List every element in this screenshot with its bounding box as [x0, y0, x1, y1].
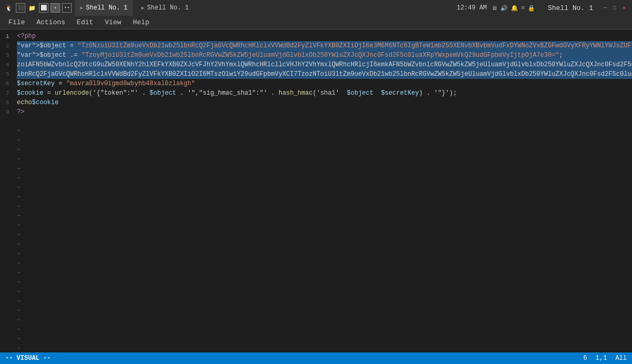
line-num-empty-9	[0, 159, 15, 164]
menu-file[interactable]: File	[3, 17, 30, 27]
app-icon: 🐧	[4, 3, 14, 13]
menu-actions[interactable]: Actions	[31, 17, 71, 27]
code-line-7: $cookie = urlencode('{"token":"' . $obje…	[17, 88, 632, 98]
line-count: 6	[584, 355, 587, 362]
line-num-empty-37	[0, 289, 15, 294]
titlebar: 🐧 ⬛ 📁 ⬜ ▪ ▪▪ ▶ Shell No. 1 ▶ Shell No. 1…	[0, 0, 632, 16]
line-num-empty-4	[0, 136, 15, 140]
line-num-empty-32	[0, 266, 15, 271]
line-num-empty-17	[0, 196, 15, 201]
cursor-position: 1,1	[596, 355, 607, 362]
bell-icon: 🔔	[511, 5, 518, 12]
empty-line-13: ~	[17, 240, 632, 249]
window-icon-3[interactable]: ▪	[51, 3, 60, 13]
line-num-empty-41	[0, 308, 15, 313]
speaker-icon: 🔊	[500, 5, 508, 12]
empty-line-23: ~	[17, 335, 632, 344]
empty-line-9: ~	[17, 202, 632, 211]
line-num-9: 9	[0, 107, 15, 117]
code-line-9: ?>	[17, 107, 632, 117]
win-controls: ─ □ ✕	[601, 4, 628, 12]
tab-shell-2[interactable]: ▶ Shell No. 1	[136, 0, 194, 16]
monitor-icon: 🖥	[491, 5, 497, 12]
line-num-empty-6	[0, 145, 15, 149]
line-num-empty-22	[0, 219, 15, 224]
clock-display: 12:49 AM	[457, 4, 487, 12]
line-num-1: 1	[0, 32, 15, 41]
line-num-4: 4	[0, 60, 15, 69]
line-num-empty-7	[0, 149, 15, 154]
line-num-empty-5	[0, 140, 15, 145]
empty-line-3: ~	[17, 145, 632, 155]
line-num-empty-8	[0, 154, 15, 159]
empty-line-11: ~	[17, 221, 632, 230]
menu-view[interactable]: View	[100, 17, 126, 27]
folder-icon[interactable]: 📁	[27, 3, 37, 13]
empty-line-22: ~	[17, 325, 632, 335]
line-num-empty-45	[0, 327, 15, 331]
tab-shell-1[interactable]: ▶ Shell No. 1	[75, 0, 133, 16]
statusbar: -- VISUAL -- 6 1,1 All	[0, 352, 632, 364]
line-num-2: 2	[0, 41, 15, 50]
code-line-3: "var">$object .= "TzoyMjoiU3ltZm9ueVxDb2…	[17, 50, 632, 60]
line-num-empty-27	[0, 243, 15, 248]
line-num-empty-46	[0, 331, 15, 336]
line-num-empty-1	[0, 122, 15, 126]
line-num-empty-18	[0, 201, 15, 206]
line-num-empty-33	[0, 271, 15, 276]
line-num-empty-26	[0, 238, 15, 243]
empty-line-17: ~	[17, 278, 632, 287]
code-line-8: echo $cookie	[17, 98, 632, 107]
menu-edit[interactable]: Edit	[72, 17, 98, 27]
window-icon-1[interactable]: ⬛	[16, 3, 25, 13]
line-num-empty-23	[0, 224, 15, 229]
line-num-empty-40	[0, 304, 15, 308]
window-title-label: Shell No. 1	[548, 4, 593, 12]
line-num-empty-38	[0, 294, 15, 299]
line-num-empty-2	[0, 126, 15, 131]
line-num-5: 5	[0, 69, 15, 79]
empty-line-1: ~	[17, 126, 632, 136]
editor-container: 123456789 <?php"var">$object = "Tz0NzoiU…	[0, 29, 632, 352]
line-num-empty-36	[0, 285, 15, 290]
empty-line-24: ~	[17, 344, 632, 352]
maximize-button[interactable]: □	[611, 4, 618, 12]
line-num-empty-25	[0, 234, 15, 238]
code-line-2: "var">$object = "Tz0NzoiU3ltZm9ueVxDb21w…	[17, 41, 632, 50]
line-num-empty-30	[0, 257, 15, 261]
line-num-empty-20	[0, 210, 15, 215]
line-num-empty-43	[0, 318, 15, 322]
line-numbers: 123456789	[0, 29, 15, 352]
empty-line-4: ~	[17, 155, 632, 164]
tab-icon-2: ▶	[141, 5, 144, 11]
status-left: -- VISUAL --	[5, 355, 51, 362]
line-num-empty-13	[0, 177, 15, 182]
line-num-empty-11	[0, 168, 15, 173]
line-num-8: 8	[0, 98, 15, 107]
sys-icons: 🖥 🔊 🔔 ≡ 🔒	[491, 5, 536, 12]
empty-line-20: ~	[17, 306, 632, 316]
menu-help[interactable]: Help	[127, 17, 154, 27]
code-line-5: lbnRcQ2FjaGVcQWRhcHRlclxVVWdBd2FyZlVFkYX…	[17, 69, 632, 79]
empty-line-12: ~	[17, 230, 632, 240]
terminal-icon[interactable]: ▪▪	[62, 3, 72, 13]
line-num-empty-28	[0, 248, 15, 252]
line-num-empty-29	[0, 252, 15, 257]
titlebar-icons: 🐧 ⬛ 📁 ⬜ ▪ ▪▪	[4, 3, 72, 13]
line-num-empty-10	[0, 164, 15, 168]
empty-line-8: ~	[17, 193, 632, 202]
empty-line-7: ~	[17, 183, 632, 193]
line-num-empty-14	[0, 182, 15, 187]
line-num-empty-34	[0, 276, 15, 280]
minimize-button[interactable]: ─	[601, 4, 609, 12]
empty-line-14: ~	[17, 249, 632, 259]
line-num-empty-49	[0, 346, 15, 350]
editor-content[interactable]: <?php"var">$object = "Tz0NzoiU3ltZm9ueVx…	[15, 29, 632, 352]
close-button[interactable]: ✕	[620, 4, 628, 12]
menu-icon: ≡	[521, 5, 525, 11]
line-num-empty-21	[0, 215, 15, 219]
vim-mode: -- VISUAL --	[5, 355, 51, 362]
window-icon-2[interactable]: ⬜	[39, 3, 48, 13]
line-num-empty-3	[0, 131, 15, 136]
line-num-empty-24	[0, 229, 15, 234]
